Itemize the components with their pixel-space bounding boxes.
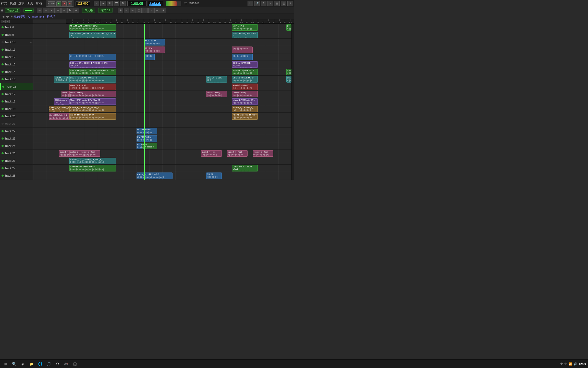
track-led-12[interactable] [2,56,4,58]
clip-track14-1[interactable]: SSE Atmosphere 27 - E [232,69,258,75]
bpm-display[interactable]: 128.000 [76,1,90,6]
track-label-24[interactable]: Track 24 [0,142,33,150]
clip-track14-2[interactable]: SSE [286,69,291,75]
track-content-row-26[interactable]: KSHMR_Long_Sweep_14_Flange_2 [33,157,291,165]
track-led-14[interactable] [2,71,4,73]
menu-view[interactable]: 视图 [10,1,16,6]
clip-track25-5[interactable]: custod_n - Kopi [253,150,273,157]
clip-track19-1[interactable]: KSHM_F_2 KSHM_F_2 KSH_2 [69,106,116,112]
question-btn[interactable]: ? [261,1,266,6]
track-content[interactable]: MHA MHA MHA M MHA_BPMMHA MHA BCySSE Trem… [33,24,291,180]
track-led-18[interactable] [2,100,4,102]
slip-tool[interactable]: ⇄ [74,8,79,13]
track-led-11[interactable] [2,49,4,51]
clip-track24-1[interactable]: MHA Atm_Riser 3 [142,143,157,149]
track-led-26[interactable] [2,160,4,162]
piano-btn[interactable]: ♪ [267,1,273,6]
refresh-btn[interactable]: ↻ [248,1,253,6]
browser-btn[interactable]: ◫ [281,1,286,6]
track-content-row-24[interactable]: PM PM PM PMMHA Atm_Riser 3 [33,142,291,150]
track-content-row-29[interactable]: SS_02SS_02SS_02SS_02SS_02 [33,179,291,180]
track-label-14[interactable]: Track 14 [0,68,33,76]
track-label-18[interactable]: Track 18 [0,98,33,105]
track-led-17[interactable] [2,93,4,95]
track-content-row-13[interactable]: SSE Mu_BPM SSE M_BPM SSE M_BPM SSE_PMSSE… [33,61,291,68]
clip-track11-1[interactable] [232,47,253,53]
track-led-19[interactable] [2,108,4,110]
track-label-9[interactable]: Track 9 [0,31,33,39]
track-led-25[interactable] [2,152,4,154]
record-button[interactable]: ● [68,1,72,6]
track-label-16[interactable]: ×Track 16 [0,83,33,90]
tool3[interactable]: 3L [107,1,113,6]
track-led-21[interactable] [2,123,4,125]
menu-options[interactable]: 选项 [18,1,24,6]
more-btn[interactable]: ⊰ [161,8,166,13]
snap-btn[interactable]: ⊣ [124,8,129,13]
clip-track10-0[interactable]: MHA_88PM [144,39,165,45]
track-led-20[interactable] [2,115,4,117]
track-content-row-25[interactable]: custod_n - Kopicustod_n - Kopicustod_n -… [33,150,291,157]
vertical-scrollbar[interactable] [291,24,294,180]
breadcrumb-2[interactable]: Arrangement [28,15,44,18]
loop-region-btn[interactable]: ⊢ [130,8,136,13]
breadcrumb-3[interactable]: 样式 2 [47,15,55,18]
track-led-8[interactable] [2,26,4,28]
time-sig-btn[interactable]: ♩ [142,8,148,13]
track-content-row-16[interactable]: Vocal Custody #2Vocal Custody #2 [33,83,291,90]
clip-track20-1[interactable]: KSHM_M 07 KSHM_M 07 [69,113,116,120]
clip-track16-0[interactable]: Vocal Custody #2 [69,84,116,90]
track-led-10[interactable] [2,41,4,43]
auto-btn[interactable]: ⇒ [154,8,160,13]
track-content-row-18[interactable]: SSE Atmos_e 19 - C#Music_BPM Music_BPM M… [33,98,291,105]
track-label-21[interactable]: Track 21 [0,120,33,128]
arrow-btn[interactable]: ↑ [94,1,99,6]
menu-style[interactable]: 样式 [1,1,7,6]
erase-tool[interactable]: → [43,8,48,13]
mic-btn[interactable]: 🎤 [254,1,260,6]
clip-track8-0[interactable]: MHA MHA MHA M MHA_BPM [69,24,116,31]
track-led-16[interactable] [2,86,4,88]
clip-track25-4[interactable]: custod_n - Kopi [227,150,248,157]
track-content-row-22[interactable]: PM PM PM PM [33,128,291,135]
clip-track9-1[interactable]: SSE Tremolo_bience 01 - F [232,32,258,38]
clip-track9-0[interactable]: SSE Tremolo_bience 01 - F SSE Tremol_enc… [69,32,116,38]
track-label-10[interactable]: ×Track 10 [0,39,33,46]
clip-track22-0[interactable]: PM PM PM PM [137,128,157,134]
clip-track14-0[interactable]: SSE Atmosphere 27 - E SSE Atmosphere 27 … [69,69,116,75]
track-label-19[interactable]: Track 19 [0,105,33,113]
track-led-27[interactable] [2,167,4,169]
clip-track28-1[interactable]: SS_02 [206,172,222,179]
clip-track17-2[interactable]: Vocal Custody [206,91,227,97]
song-mode-btn[interactable]: SONG [48,1,55,6]
track-label-20[interactable]: Track 20 [0,113,33,120]
clip-track11-0[interactable]: MH_PM [144,47,165,53]
tool5[interactable]: M [120,1,126,6]
mute-tool[interactable]: M [67,8,73,13]
track-led-9[interactable] [2,34,4,36]
menu-help[interactable]: 帮助 [36,1,42,6]
breadcrumb-1[interactable]: 播放列表 [14,15,25,18]
timeline-ruler[interactable]: 1357911131517192123252729313335373941434… [66,19,294,24]
track-label-27[interactable]: Track 27 [0,165,33,172]
clip-track19-2[interactable]: KSHM_F_2 KSHM_F_2 [232,106,258,112]
clip-track8-1[interactable]: MHA MHA B [232,24,258,31]
clip-track16-1[interactable]: Vocal Custody #2 [232,84,258,90]
clip-track27-1[interactable]: Glitter and fa_t sound effect [232,165,258,171]
draw-tool[interactable]: ✏ [37,8,42,13]
track-label-25[interactable]: Track 25 [0,150,33,157]
track-led-22[interactable] [2,130,4,132]
ruler-settings[interactable]: ≡ [6,20,10,23]
track-content-row-27[interactable]: Glitter and fa_t sound effectGlitter and… [33,165,291,172]
clip-track13-0[interactable]: SSE Mu_BPM SSE M_BPM SSE M_BPM SSE_PM [69,61,116,68]
clip-track25-3[interactable]: custod_n - Kopi [201,150,222,157]
track-content-row-14[interactable]: SSE Atmosphere 27 - E SSE Atmosphere 27 … [33,68,291,76]
clip-track17-1[interactable]: Vocal Custody [69,91,116,97]
collapse-btn[interactable]: ☰ [2,20,6,23]
track-label-23[interactable]: Track 23 [0,135,33,142]
track-label-13[interactable]: Track 13 [0,61,33,68]
unit-label[interactable]: 单元格 [82,8,95,13]
clip-track15-3[interactable]: SSE Mu_D SSE Mu_D [232,76,258,83]
clip-track15-4[interactable]: SSE [286,76,291,83]
track-content-row-15[interactable]: SSE Mu - D SSE Mu - D SSE M - DSSE M_D S… [33,76,291,83]
